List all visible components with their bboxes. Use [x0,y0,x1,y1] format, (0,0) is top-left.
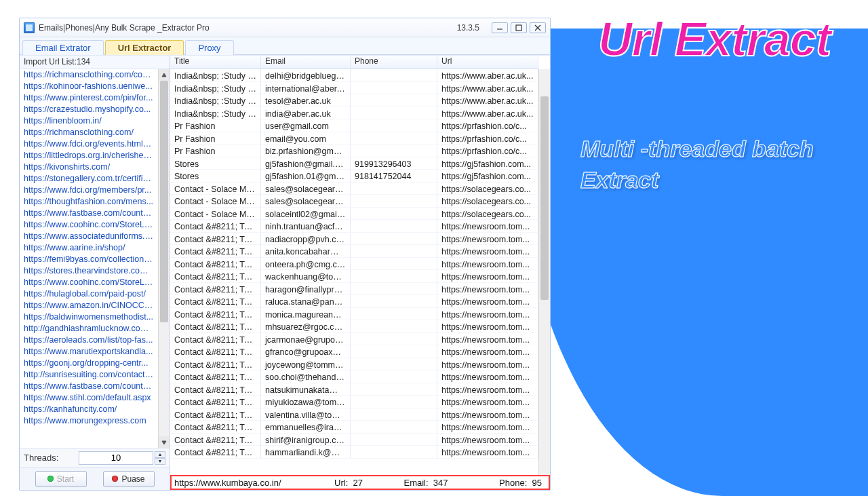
table-row[interactable]: Contact - Solace Moto...sales@solacegear… [170,195,538,208]
threads-input[interactable] [79,451,153,465]
table-row[interactable]: Contact &#8211; Tom...anita.koncabahar@t… [170,245,538,258]
cell-email: shirif@iranigroup.co.il [261,434,351,446]
table-row[interactable]: Pr Fashionuser@gmail.comhttps://prfashio… [170,119,538,132]
cell-email: valentina.villa@tommy... [261,408,351,421]
cell-url: https://prfashion.co/c... [437,132,538,145]
col-email[interactable]: Email [261,56,351,69]
table-row[interactable]: Contact - Solace Moto...sales@solacegear… [170,183,538,195]
table-row[interactable]: Contact &#8211; Tom...raluca.stana@pando… [170,295,538,308]
table-row[interactable]: Contact &#8211; Tom...natsukimunakata@to… [170,383,538,396]
table-row[interactable]: Contact &#8211; Tom...emmanuelles@iranig… [170,421,538,434]
import-list-item[interactable]: https://femi9byas.com/collections... [20,254,158,265]
maximize-button[interactable] [511,22,527,33]
scroll-down-icon[interactable] [159,436,170,448]
table-row[interactable]: Contact &#8211; Tom...miyukiozawa@tommy.… [170,396,538,408]
table-row[interactable]: Contact &#8211; Tom...shirif@iranigroup.… [170,434,538,446]
table-row[interactable]: Pr Fashionbiz.prfashion@gmail.c...https:… [170,145,538,157]
table-row[interactable]: Contact &#8211; Tom...wackenhuang@tommy.… [170,270,538,283]
table-row[interactable]: Contact &#8211; Tom...haragon@finallypre… [170,283,538,296]
import-list-item[interactable]: https://kanhafuncity.com/ [20,404,158,415]
cell-url: https://newsroom.tom... [437,283,538,295]
cell-phone [351,69,437,81]
import-list-item[interactable]: https://hulaglobal.com/paid-post/ [20,288,158,300]
import-list-item[interactable]: https://aeroleads.com/list/top-fas... [20,335,158,346]
table-row[interactable]: Contact &#8211; Tom...mhsuarez@rgoc.com.… [170,320,538,333]
col-url[interactable]: Url [437,56,538,69]
import-list-item[interactable]: https://crazestudio.myshopify.co... [20,104,158,115]
tab-proxy[interactable]: Proxy [185,40,233,55]
status-current-url: https://www.kumbaya.co.in/ [174,478,310,488]
import-list-item[interactable]: https://stores.thearvindstore.com/... [20,265,158,277]
grid-body[interactable]: India&nbsp; :Study Wit...delhi@bridgeblu… [170,69,538,475]
import-list-item[interactable]: https://www.aarine.in/shop/ [20,242,158,254]
scroll-track[interactable] [159,81,170,436]
import-list-item[interactable]: https://richmansclothing.com/con... [20,69,158,81]
import-list-item[interactable]: https://stonegallery.com.tr/certific... [20,173,158,185]
minimize-button[interactable] [492,22,508,33]
import-list-inner[interactable]: https://richmansclothing.com/con...https… [20,69,158,448]
cell-email: solaceintl02@gmail.com [261,208,351,220]
threads-spin-down[interactable]: ▼ [155,458,165,465]
cell-title: India&nbsp; :Study Wit... [170,69,261,81]
import-list-item[interactable]: https://www.pinterest.com/pin/for... [20,92,158,104]
import-list-item[interactable]: https://linenbloom.in/ [20,115,158,127]
table-row[interactable]: India&nbsp; :Study Wit...delhi@bridgeblu… [170,69,538,82]
scroll-up-icon[interactable] [159,69,170,81]
grid-scroll-thumb[interactable] [540,96,549,300]
close-button[interactable] [530,22,546,33]
import-list-item[interactable]: https://kivonshirts.com/ [20,161,158,173]
title-bar[interactable]: Emails|Phones|Any Bulk Scrape _Extractor… [20,18,550,37]
tab-email-extractor[interactable]: Email Extrator [22,40,104,55]
table-row[interactable]: Pr Fashionemail@you.comhttps://prfashion… [170,132,538,145]
grid-scrollbar[interactable] [538,69,550,475]
import-list-item[interactable]: http://sunrisesuiting.com/contact-... [20,369,158,381]
import-list-item[interactable]: https://littledrops.org.in/cherished... [20,150,158,161]
table-row[interactable]: Contact - Solace Moto...solaceintl02@gma… [170,208,538,221]
col-title[interactable]: Title [170,56,261,69]
table-row[interactable]: India&nbsp; :Study Wit...tesol@aber.ac.u… [170,94,538,107]
start-button[interactable]: Start [35,471,87,487]
import-list-item[interactable]: https://goonj.org/dropping-centr... [20,358,158,369]
import-list-item[interactable]: https://www.marutiexportskandla... [20,346,158,358]
pause-button[interactable]: Puase [103,471,155,487]
import-list-item[interactable]: https://www.amazon.in/CINOCCI-... [20,300,158,311]
table-row[interactable]: Contact &#8211; Tom...monica.magureanu@p… [170,308,538,321]
import-list-item[interactable]: https://baldwinwomensmethodist... [20,311,158,323]
import-list-item[interactable]: http://gandhiashramlucknow.com... [20,323,158,335]
cell-url: https://solacegears.co... [437,195,538,207]
import-list-item[interactable]: https://www.coohinc.com/StoreLo... [20,277,158,288]
import-list-item[interactable]: https://www.fastbase.com/country... [20,208,158,219]
threads-spin-up[interactable]: ▲ [155,451,165,458]
table-row[interactable]: India&nbsp; :Study Wit...india@aber.ac.u… [170,107,538,120]
import-list-item[interactable]: https://richmansclothing.com/ [20,127,158,138]
table-row[interactable]: Contact &#8211; Tom...nadiacropp@pvh.com… [170,233,538,246]
table-row[interactable]: Contact &#8211; Tom...hammarliandi.k@map… [170,446,538,459]
table-row[interactable]: Contact &#8211; Tom...joycewong@tommy.c.… [170,358,538,371]
table-row[interactable]: India&nbsp; :Study Wit...international@a… [170,82,538,95]
cell-url: https://www.aber.ac.uk... [437,69,538,81]
import-list-item[interactable]: https://www.fdci.org/events.html?... [20,138,158,150]
table-row[interactable]: Contact &#8211; Tom...soo.choi@thehandso… [170,370,538,383]
table-row[interactable]: Contact &#8211; Tom...jcarmonae@grupoaxo… [170,333,538,346]
scroll-thumb[interactable] [160,81,168,322]
table-row[interactable]: Contact &#8211; Tom...gfranco@grupoaxo.c… [170,345,538,358]
import-list-item[interactable]: https://www.fdci.org/members/pr... [20,185,158,196]
col-phone[interactable]: Phone [351,56,437,69]
import-scrollbar[interactable] [158,69,170,448]
tab-url-extractor[interactable]: Url Extractor [105,40,184,55]
import-list-item[interactable]: https://www.morungexpress.com [20,415,158,427]
table-row[interactable]: Contact &#8211; Tom...onteera.ph@cmg.co.… [170,258,538,271]
status-email-count: Email: 347 [387,478,465,488]
import-list-item[interactable]: https://kohinoor-fashions.ueniwe... [20,81,158,92]
import-list-item[interactable]: https://www.coohinc.com/StoreLo... [20,219,158,231]
table-row[interactable]: Storesgj5fashion@gmail.com919913296403ht… [170,157,538,170]
table-row[interactable]: Storesgj5fashion.01@gmail.c...9181417520… [170,170,538,183]
import-list-item[interactable]: https://www.fastbase.com/country... [20,381,158,392]
cell-email: soo.choi@thehandso... [261,370,351,383]
import-list-item[interactable]: https://www.associateduniforms.c... [20,231,158,242]
import-list-item[interactable]: https://www.stihl.com/default.aspx [20,392,158,404]
import-list-item[interactable]: https://thoughtfashion.com/mens... [20,196,158,208]
table-row[interactable]: Contact &#8211; Tom...valentina.villa@to… [170,408,538,421]
cell-url: https://newsroom.tom... [437,421,538,433]
table-row[interactable]: Contact &#8211; Tom...ninh.trantuan@acfc… [170,220,538,233]
